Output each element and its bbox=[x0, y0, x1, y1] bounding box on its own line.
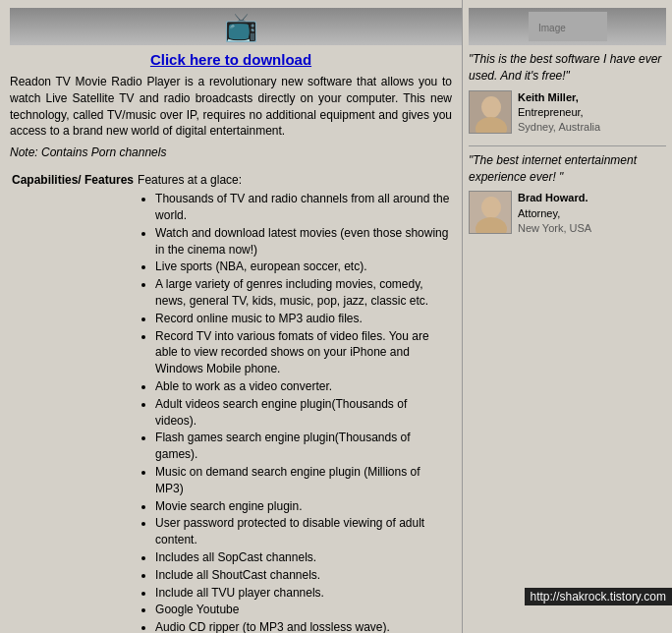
testimonial-2-quote: "The best internet entertainment experie… bbox=[469, 152, 666, 186]
feature-item: Music on demand search engine plugin (Mi… bbox=[155, 464, 450, 497]
feature-item: Adult videos search engine plugin(Thousa… bbox=[155, 396, 450, 430]
tv-icon: 📺 bbox=[224, 11, 258, 43]
testimonial-2-name: Brad Howard. bbox=[518, 191, 591, 205]
features-section: Capabilities/ Features Features at a gla… bbox=[10, 169, 452, 633]
testimonial-1-person: Keith Miller, Entrepreneur, Sydney, Aust… bbox=[469, 90, 666, 136]
feature-item: Include all TVU player channels. bbox=[155, 585, 450, 602]
svg-text:Image: Image bbox=[538, 23, 566, 33]
testimonial-2: "The best internet entertainment experie… bbox=[469, 152, 666, 237]
svg-point-3 bbox=[481, 96, 501, 118]
testimonial-1-name: Keith Miller, bbox=[518, 90, 600, 105]
svg-point-6 bbox=[481, 197, 501, 218]
feature-item: Thousands of TV and radio channels from … bbox=[155, 191, 450, 224]
features-list: Thousands of TV and radio channels from … bbox=[138, 191, 450, 633]
feature-item: User password protected to disable viewi… bbox=[155, 515, 450, 548]
feature-item: Includes all SopCast channels. bbox=[155, 549, 450, 566]
testimonial-1-info: Keith Miller, Entrepreneur, Sydney, Aust… bbox=[518, 90, 600, 136]
testimonial-1-avatar bbox=[469, 90, 512, 134]
testimonial-2-title: Attorney, bbox=[518, 206, 591, 221]
capabilities-label: Capabilities/ Features bbox=[10, 169, 136, 633]
feature-item: Record online music to MP3 audio files. bbox=[155, 311, 450, 327]
feature-item: Watch and download latest movies (even t… bbox=[155, 225, 450, 259]
feature-item: Audio CD ripper (to MP3 and lossless wav… bbox=[155, 619, 450, 633]
feature-item: Movie search engine plugin. bbox=[155, 498, 450, 515]
note-text: Note: Contains Porn channels bbox=[10, 145, 452, 159]
features-header: Features at a glace: bbox=[138, 173, 450, 187]
feature-item: Live sports (NBA, european soccer, etc). bbox=[155, 259, 450, 275]
testimonial-1-title: Entrepreneur, bbox=[518, 105, 600, 120]
testimonial-2-person: Brad Howard. Attorney, New York, USA bbox=[469, 191, 666, 236]
right-banner-svg: Image bbox=[529, 12, 607, 41]
testimonial-1: "This is the best software I have ever u… bbox=[469, 51, 666, 136]
testimonial-2-location: New York, USA bbox=[518, 221, 591, 236]
features-content: Features at a glace: Thousands of TV and… bbox=[136, 169, 452, 633]
testimonial-1-quote: "This is the best software I have ever u… bbox=[469, 51, 666, 85]
feature-item: Include all ShoutCast channels. bbox=[155, 567, 450, 584]
url-overlay: http://shakrock.tistory.com bbox=[525, 588, 673, 605]
testimonial-2-info: Brad Howard. Attorney, New York, USA bbox=[518, 191, 591, 236]
top-banner-image: 📺 bbox=[10, 8, 472, 45]
avatar-1-svg bbox=[470, 91, 512, 134]
feature-item: Record TV into various fomats of video f… bbox=[155, 328, 450, 377]
feature-item: Flash games search engine plugin(Thousan… bbox=[155, 430, 450, 463]
testimonial-2-avatar bbox=[469, 191, 512, 234]
feature-item: Google Youtube bbox=[155, 602, 450, 618]
avatar-2-svg bbox=[470, 192, 512, 234]
divider-1 bbox=[469, 145, 666, 146]
testimonial-1-location: Sydney, Australia bbox=[518, 120, 600, 135]
feature-item: A large variety of genres including movi… bbox=[155, 276, 450, 310]
download-link[interactable]: Click here to download bbox=[10, 51, 452, 68]
feature-item: Able to work as a video converter. bbox=[155, 378, 450, 395]
right-top-image: Image bbox=[469, 8, 666, 45]
description-text: Readon TV Movie Radio Player is a revolu… bbox=[10, 74, 452, 140]
